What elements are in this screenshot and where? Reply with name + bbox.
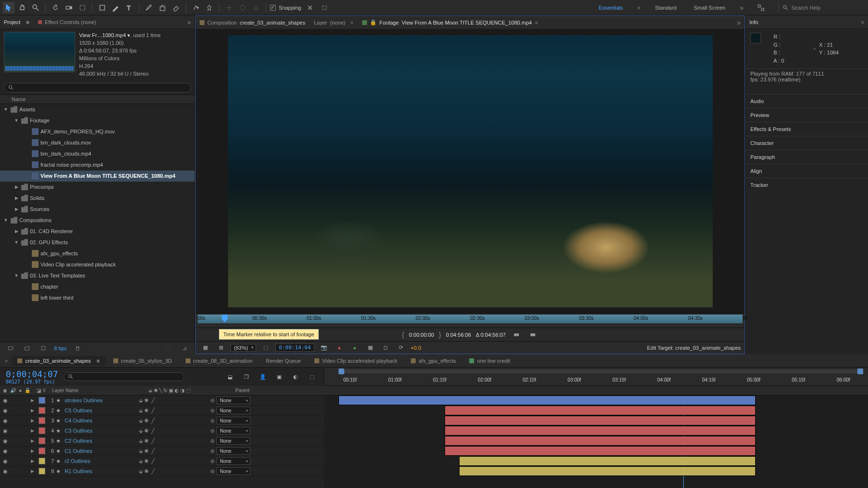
video-col-icon[interactable]: ◉ [3, 388, 7, 393]
axis-world-icon[interactable] [237, 2, 248, 13]
layer-switches[interactable]: ⬙✱╱ [139, 408, 197, 414]
workspace-standard[interactable]: Standard [652, 3, 679, 13]
graph-editor-icon[interactable]: ⬚ [306, 371, 318, 382]
twirl-icon[interactable]: ▶ [31, 438, 37, 443]
tab-project[interactable]: Project ≡ [4, 19, 29, 25]
shape-tool-icon[interactable] [96, 2, 108, 13]
in-timecode[interactable]: 0:00:00:00 [409, 332, 434, 338]
layer-name[interactable]: C4 Outlines [65, 418, 137, 423]
twirl-icon[interactable]: ▶ [31, 408, 37, 413]
resolution-icon[interactable]: ⬚ [260, 342, 271, 354]
search-help-input[interactable]: Search Help [778, 3, 865, 12]
parent-dropdown[interactable]: None [217, 407, 250, 414]
interpret-footage-icon[interactable] [5, 343, 16, 354]
layer-name-col[interactable]: Layer Name [50, 388, 147, 393]
close-icon[interactable]: × [350, 20, 353, 26]
work-area-end-handle[interactable] [857, 369, 863, 374]
layer-name[interactable]: C1 Outlines [65, 448, 137, 454]
panel-effects-presets[interactable]: Effects & Presets [746, 122, 868, 136]
label-color-swatch[interactable] [39, 468, 45, 475]
layer-switches[interactable]: ⬙✱╱ [139, 418, 197, 424]
viewer-tab-layer[interactable]: Layer (none) × [314, 20, 353, 26]
anchor-tool-icon[interactable] [77, 2, 88, 13]
brush-tool-icon[interactable] [143, 2, 155, 13]
tree-item[interactable]: Video Clip accelerated playback [0, 259, 195, 270]
ripple-insert-icon[interactable] [511, 329, 522, 341]
pin-tool-icon[interactable] [203, 2, 215, 13]
panel-character[interactable]: Character [746, 136, 868, 150]
layer-name[interactable]: C3 Outlines [65, 428, 137, 434]
visibility-toggle-icon[interactable]: ◉ [3, 448, 10, 454]
workspace-overflow-icon[interactable]: » [740, 4, 744, 12]
visibility-toggle-icon[interactable]: ◉ [3, 418, 10, 424]
layer-name[interactable]: r2 Outlines [65, 458, 137, 464]
layer-switches[interactable]: ⬙✱╱ [139, 428, 197, 434]
parent-dropdown[interactable]: None [217, 427, 250, 435]
parent-pickwhip-icon[interactable]: ⊚ [210, 458, 215, 464]
footage-time-ruler[interactable]: 00s00:30s01:00s01:30s02:00s02:30s03:00s0… [196, 313, 745, 328]
delete-icon[interactable] [72, 343, 83, 354]
set-in-icon[interactable]: { [402, 331, 404, 339]
layer-row[interactable]: ◉ ▶ 8 ★ R1 Outlines ⬙✱╱ ⊚ None [0, 466, 324, 476]
layer-row[interactable]: ◉ ▶ 3 ★ C4 Outlines ⬙✱╱ ⊚ None [0, 416, 324, 426]
panel-paragraph[interactable]: Paragraph [746, 150, 868, 164]
tree-item[interactable]: left lower third [0, 292, 195, 303]
parent-pickwhip-icon[interactable]: ⊚ [210, 397, 215, 404]
layer-name[interactable]: C5 Outlines [65, 408, 137, 413]
visibility-toggle-icon[interactable]: ◉ [3, 468, 10, 475]
bit-depth-button[interactable]: 8 bpc [54, 345, 67, 351]
layer-row[interactable]: ◉ ▶ 5 ★ C2 Outlines ⬙✱╱ ⊚ None [0, 436, 324, 446]
selection-tool-icon[interactable] [3, 2, 14, 13]
tree-item[interactable]: chapter [0, 281, 195, 292]
shy-icon[interactable]: 👤 [257, 371, 269, 382]
label-color-swatch[interactable] [39, 397, 45, 404]
snap-edges-icon[interactable] [304, 2, 316, 13]
parent-dropdown[interactable]: None [217, 457, 250, 465]
parent-pickwhip-icon[interactable]: ⊚ [210, 468, 215, 475]
layer-row[interactable]: ◉ ▶ 6 ★ C1 Outlines ⬙✱╱ ⊚ None [0, 446, 324, 456]
timeline-search-input[interactable] [64, 372, 184, 381]
layer-bar[interactable] [445, 436, 756, 446]
visibility-toggle-icon[interactable]: ◉ [3, 438, 10, 444]
resize-icon[interactable]: ◢ [178, 343, 190, 354]
panel-overflow-icon[interactable]: » [187, 18, 191, 26]
pen-tool-icon[interactable] [110, 2, 122, 13]
panel-preview[interactable]: Preview [746, 108, 868, 122]
workspace-small-screen[interactable]: Small Screen [691, 3, 728, 13]
channel-r-icon[interactable]: ● [334, 342, 345, 354]
layer-name[interactable]: strokes Outlines [65, 397, 137, 403]
refresh-icon[interactable]: ⟳ [395, 342, 407, 354]
sync-settings-icon[interactable] [755, 2, 767, 13]
layer-switches[interactable]: ⬙✱╱ [139, 438, 197, 444]
visibility-toggle-icon[interactable]: ◉ [3, 428, 10, 434]
draft3d-icon[interactable]: ❒ [241, 371, 252, 382]
tree-item[interactable]: ▼Assets [0, 104, 195, 115]
label-color-swatch[interactable] [39, 417, 45, 424]
tree-item[interactable]: bm_dark_clouds.mov [0, 137, 195, 148]
tree-item[interactable]: afx_gpu_effects [0, 248, 195, 259]
timeline-tab[interactable]: Video Clip accelerated playback [309, 356, 403, 366]
twirl-icon[interactable]: ▶ [31, 398, 37, 403]
layer-switches[interactable]: ⬙✱╱ [139, 448, 197, 454]
out-timecode[interactable]: 0:04:56:06 [446, 332, 471, 338]
exposure-value[interactable]: +0.0 [411, 345, 421, 351]
tab-effect-controls[interactable]: Effect Controls (none) [38, 19, 96, 25]
layer-bar[interactable] [445, 446, 756, 456]
parent-dropdown[interactable]: None [217, 467, 250, 475]
axis-view-icon[interactable] [250, 2, 262, 13]
timeline-tab[interactable]: Render Queue [260, 356, 306, 366]
snapping-checkbox[interactable] [270, 5, 276, 11]
parent-dropdown[interactable]: None [217, 437, 250, 445]
twirl-icon[interactable]: ▶ [31, 448, 37, 453]
layer-bar[interactable] [445, 426, 756, 435]
alpha-toggle-icon[interactable]: ▦ [200, 342, 211, 354]
lock-col-icon[interactable]: 🔒 [25, 388, 30, 393]
region-icon[interactable]: ◻ [380, 342, 392, 354]
zoom-dropdown[interactable]: (83%) [231, 344, 256, 352]
viewer-tab-composition[interactable]: Composition create_03_animate_shapes [200, 20, 305, 26]
roto-tool-icon[interactable] [190, 2, 202, 13]
tree-item[interactable]: ▶Sources [0, 204, 195, 215]
layer-row[interactable]: ◉ ▶ 4 ★ C3 Outlines ⬙✱╱ ⊚ None [0, 426, 324, 436]
label-color-swatch[interactable] [39, 407, 45, 414]
layer-bar[interactable] [339, 396, 756, 405]
